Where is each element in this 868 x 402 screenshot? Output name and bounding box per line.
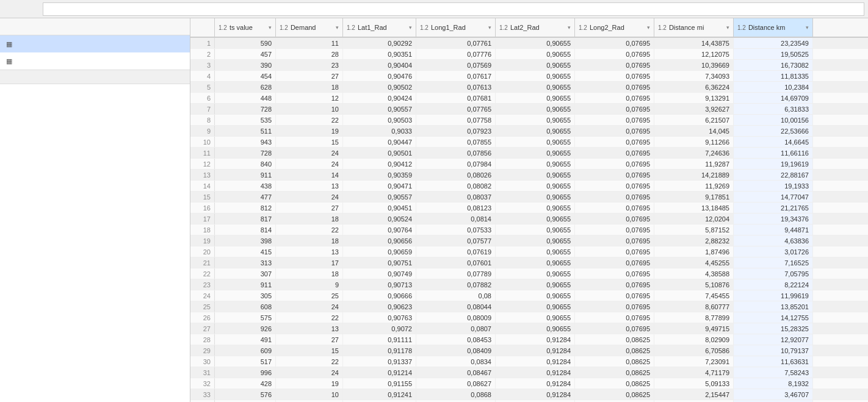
table-cell: 18 (276, 235, 343, 246)
table-cell: 911 (215, 170, 276, 180)
check-button[interactable] (20, 2, 33, 16)
close-button[interactable] (4, 2, 17, 16)
data-grid: 1.2 ts value ▾ 1.2 Demand ▾ 1.2 Lat1_Rad… (190, 18, 868, 402)
table-cell: 0,08625 (575, 356, 654, 367)
row-number: 20 (190, 246, 215, 257)
table-cell: 0,90655 (496, 323, 575, 334)
table-cell: 0,08625 (575, 389, 654, 400)
table-cell: 8,60777 (654, 301, 734, 312)
table-cell: 14,43875 (654, 38, 734, 48)
table-cell: 0,90655 (496, 181, 575, 191)
table-cell: 0,07923 (416, 126, 496, 136)
type-icon: 1.2 (219, 24, 227, 31)
table-cell: 24 (276, 148, 343, 158)
table-cell: 8,02909 (654, 334, 734, 345)
table-row: 30517220,913370,08340,912840,086257,2309… (190, 356, 868, 367)
table-cell: 0,90292 (343, 38, 416, 48)
table-cell: 0,07758 (416, 115, 496, 125)
table-cell: 11,99619 (734, 290, 813, 301)
sidebar: ▦ ▦ (0, 18, 190, 402)
sidebar-item-key-measures[interactable]: ▦ (0, 52, 190, 70)
column-header-long1-rad[interactable]: 1.2 Long1_Rad ▾ (416, 18, 496, 37)
table-cell: 840 (215, 159, 276, 169)
col-label: Long2_Rad (590, 24, 646, 31)
sort-arrow-icon[interactable]: ▾ (726, 24, 729, 31)
table-cell: 0,91284 (496, 389, 575, 400)
table-cell: 6,21507 (654, 115, 734, 125)
table-cell: 0,90655 (496, 82, 575, 92)
table-cell: 438 (215, 181, 276, 191)
row-number: 24 (190, 290, 215, 301)
table-cell: 0,90447 (343, 137, 416, 147)
table-cell: 14,77047 (734, 192, 813, 202)
table-cell: 0,90655 (496, 137, 575, 147)
table-cell: 15 (276, 137, 343, 147)
sort-arrow-icon[interactable]: ▾ (336, 24, 339, 31)
row-number: 3 (190, 60, 215, 70)
table-cell: 13 (276, 246, 343, 257)
table-cell: 24 (276, 159, 343, 169)
table-cell: 0,08625 (575, 367, 654, 378)
table-row: 19398180,906560,075770,906550,076952,882… (190, 235, 868, 246)
table-cell: 0,90655 (496, 38, 575, 48)
formula-input[interactable] (43, 2, 864, 16)
table-cell: 18 (276, 214, 343, 224)
grid-body[interactable]: 1590110,902920,077610,906550,0769514,438… (190, 38, 868, 402)
table-cell: 23 (276, 60, 343, 70)
table-cell: 390 (215, 60, 276, 70)
sort-arrow-icon[interactable]: ▾ (488, 24, 491, 31)
table-cell: 18 (276, 82, 343, 92)
row-number: 8 (190, 115, 215, 125)
table-cell: 23,23549 (734, 38, 813, 48)
table-cell: 0,07695 (575, 104, 654, 114)
col-label: ts value (230, 24, 267, 31)
table-cell: 10,00156 (734, 115, 813, 125)
table-cell: 0,07695 (575, 312, 654, 323)
sort-arrow-icon[interactable]: ▾ (647, 24, 650, 31)
table-cell: 0,90404 (343, 60, 416, 70)
column-header-distance-km[interactable]: 1.2 Distance km ▾ (734, 18, 813, 37)
table-cell: 9,17851 (654, 192, 734, 202)
table-cell: 926 (215, 323, 276, 334)
table-cell: 0,9072 (343, 323, 416, 334)
sidebar-item-selection-nl[interactable]: ▦ (0, 35, 190, 52)
column-header-distance-mi[interactable]: 1.2 Distance mi ▾ (654, 18, 734, 37)
table-cell: 0,90471 (343, 181, 416, 191)
table-cell: 18 (276, 268, 343, 279)
table-cell: 7,24636 (654, 148, 734, 158)
table-cell: 0,07695 (575, 38, 654, 48)
table-cell: 0,90655 (496, 170, 575, 180)
column-header-long2-rad[interactable]: 1.2 Long2_Rad ▾ (575, 18, 654, 37)
column-header-lat1-rad[interactable]: 1.2 Lat1_Rad ▾ (343, 18, 416, 37)
row-number: 21 (190, 257, 215, 268)
table-cell: 0,91337 (343, 356, 416, 367)
table-cell: 7,05795 (734, 268, 813, 279)
table-cell: 10 (276, 389, 343, 400)
sort-arrow-icon[interactable]: ▾ (269, 24, 272, 31)
table-cell: 0,07695 (575, 203, 654, 213)
sort-arrow-icon[interactable]: ▾ (806, 24, 809, 31)
row-number: 12 (190, 159, 215, 169)
table-cell: 454 (215, 71, 276, 81)
table-cell: 19 (276, 126, 343, 136)
table-cell: 0,90655 (496, 224, 575, 235)
table-cell: 11,63631 (734, 356, 813, 367)
table-cell: 0,07695 (575, 82, 654, 92)
table-cell: 11,81335 (734, 71, 813, 81)
type-icon: 1.2 (420, 24, 429, 31)
sort-arrow-icon[interactable]: ▾ (568, 24, 571, 31)
table-cell: 0,91284 (496, 367, 575, 378)
table-cell: 535 (215, 115, 276, 125)
row-number: 32 (190, 378, 215, 389)
table-cell: 0,07533 (416, 224, 496, 235)
table-cell: 0,90666 (343, 290, 416, 301)
table-cell: 15 (276, 345, 343, 356)
column-header-demand[interactable]: 1.2 Demand ▾ (276, 18, 343, 37)
table-cell: 0,90655 (496, 159, 575, 169)
column-header-ts-value[interactable]: 1.2 ts value ▾ (215, 18, 276, 37)
table-cell: 0,07613 (416, 82, 496, 92)
row-number: 18 (190, 224, 215, 235)
table-row: 24305250,906660,080,906550,076957,454551… (190, 290, 868, 301)
column-header-lat2-rad[interactable]: 1.2 Lat2_Rad ▾ (496, 18, 575, 37)
sort-arrow-icon[interactable]: ▾ (409, 24, 412, 31)
